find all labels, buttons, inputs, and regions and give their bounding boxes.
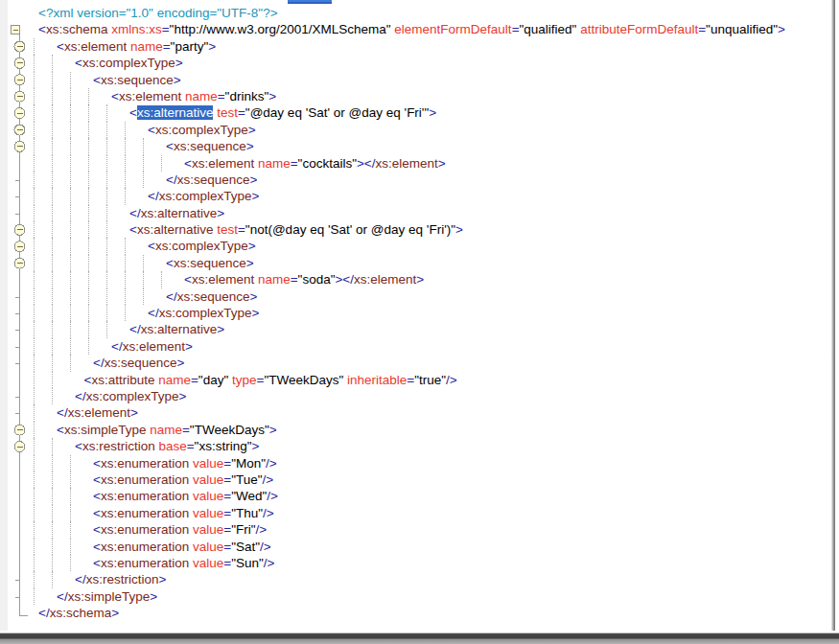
code-line[interactable]: <xs:alternative test="not(@day eq 'Sat' …	[0, 221, 831, 238]
code-line[interactable]: <xs:enumeration value="Mon"/>	[0, 455, 831, 472]
token-br: </	[148, 189, 159, 203]
token-br: </	[129, 322, 141, 336]
indent-guide	[34, 521, 35, 538]
code-line[interactable]: </xs:complexType>	[0, 388, 831, 404]
selected-token: xs:alternative	[137, 105, 214, 120]
token-br: >	[130, 405, 138, 420]
token-name: xs:sequence	[174, 139, 246, 153]
token-br: </	[166, 172, 177, 187]
token-name: xs:element	[192, 156, 254, 171]
code-line[interactable]: </xs:sequence>	[0, 355, 831, 371]
indent-guide	[52, 372, 53, 388]
code-line[interactable]: <xs:enumeration value="Fri"/>	[0, 521, 831, 538]
code-line[interactable]: <xs:element name="party">	[0, 38, 831, 55]
indent-guide	[52, 255, 53, 271]
code-line[interactable]: </xs:alternative>	[0, 321, 831, 337]
code-line[interactable]: </xs:complexType>	[0, 188, 831, 204]
token-br: </	[166, 289, 177, 304]
code-line[interactable]: <xs:sequence>	[0, 138, 831, 154]
indent-guide	[52, 321, 53, 337]
code-lines[interactable]: <?xml version="1.0" encoding="UTF-8"?><x…	[0, 5, 831, 621]
token-name: xs:element	[68, 405, 130, 420]
code-line[interactable]: <xs:attribute name="day" type="TWeekDays…	[0, 372, 831, 388]
code-line[interactable]: <xs:enumeration value="Sun"/>	[0, 555, 831, 571]
indent-guide	[106, 238, 107, 254]
code-line[interactable]: <xs:enumeration value="Tue"/>	[0, 472, 831, 488]
code-line[interactable]: <xs:enumeration value="Thu"/>	[0, 505, 831, 521]
indent-guide	[34, 221, 35, 238]
code-line[interactable]: </xs:element>	[0, 338, 831, 355]
code-line[interactable]: </xs:complexType>	[0, 305, 831, 321]
code-line[interactable]: <xs:complexType>	[0, 122, 831, 138]
token-br: />	[446, 373, 457, 387]
indent-guide	[88, 205, 89, 221]
token-br: >	[249, 172, 257, 187]
indent-guide	[125, 238, 126, 254]
token-br: >	[217, 322, 224, 336]
token-br: >	[246, 256, 254, 270]
token-br: <	[93, 556, 101, 570]
indent-guide	[52, 238, 53, 254]
indent-guide	[34, 338, 35, 355]
code-line[interactable]: </xs:schema>	[0, 605, 831, 621]
token-attr: name	[258, 156, 291, 171]
indent-guide	[143, 138, 144, 154]
token-name: xs:complexType	[82, 56, 175, 70]
token-br: <	[93, 472, 101, 487]
code-line[interactable]: </xs:element>	[0, 404, 831, 421]
token-name: xs:schema	[50, 606, 112, 620]
token-br: </	[75, 572, 86, 586]
code-line[interactable]: <xs:complexType>	[0, 238, 831, 254]
token-eq: =	[698, 22, 706, 36]
code-line[interactable]: <xs:alternative test="@day eq 'Sat' or @…	[0, 104, 831, 121]
indent-guide	[88, 271, 89, 288]
code-line[interactable]: <xs:sequence>	[0, 255, 831, 271]
token-br: />	[263, 472, 274, 487]
indent-guide	[70, 521, 71, 538]
token-name: xs:alternative	[141, 322, 218, 336]
token-name: xs:alternative	[137, 222, 214, 237]
token-name: xs:complexType	[159, 189, 252, 203]
code-line[interactable]: </xs:sequence>	[0, 172, 831, 188]
indent-guide	[70, 88, 71, 104]
token-br: <	[93, 73, 101, 87]
token-name: xs:complexType	[155, 239, 248, 253]
indent-guide	[52, 188, 53, 204]
token-br: </	[57, 589, 68, 604]
code-line[interactable]: <xs:sequence>	[0, 72, 831, 88]
token-name: xs:element	[354, 272, 416, 287]
code-line[interactable]: <xs:complexType>	[0, 55, 831, 71]
indent-guide	[125, 188, 126, 204]
indent-guide	[88, 122, 89, 138]
code-line[interactable]: </xs:restriction>	[0, 571, 831, 587]
token-eq: =	[512, 22, 520, 36]
code-line[interactable]: <xs:enumeration value="Wed"/>	[0, 488, 831, 504]
code-line[interactable]: <xs:element name="soda"></xs:element>	[0, 271, 831, 288]
indent-guide	[161, 155, 162, 172]
code-line[interactable]: <xs:element name="drinks">	[0, 88, 831, 104]
indent-guide	[88, 288, 89, 305]
token-attr: xmlns:xs	[111, 22, 162, 36]
token-val: "Sat"	[231, 540, 260, 554]
token-eq: =	[223, 489, 231, 503]
token-br: <	[93, 489, 101, 503]
code-line[interactable]: <xs:restriction base="xs:string">	[0, 438, 831, 454]
code-line[interactable]: </xs:simpleType>	[0, 588, 831, 605]
code-line[interactable]: <xs:element name="cocktails"></xs:elemen…	[0, 155, 831, 172]
token-name: xs:element	[119, 89, 181, 104]
indent-guide	[106, 305, 107, 321]
token-name: xs:restriction	[86, 572, 159, 586]
code-line[interactable]: <xs:enumeration value="Sat"/>	[0, 539, 831, 555]
code-line[interactable]: <xs:schema xmlns:xs="http://www.w3.org/2…	[0, 21, 831, 37]
token-name: xs:enumeration	[101, 472, 189, 487]
token-br: >	[174, 73, 181, 87]
token-name: xs:simpleType	[64, 423, 147, 437]
token-name: xs:enumeration	[101, 456, 189, 471]
code-line[interactable]: </xs:sequence>	[0, 288, 831, 305]
code-line[interactable]: </xs:alternative>	[0, 205, 831, 221]
token-name: xs:complexType	[155, 123, 248, 137]
token-br: <	[129, 105, 137, 120]
code-line[interactable]: <xs:simpleType name="TWeekDays">	[0, 422, 831, 438]
code-line[interactable]: <?xml version="1.0" encoding="UTF-8"?>	[0, 5, 831, 21]
indent-guide	[70, 488, 71, 504]
